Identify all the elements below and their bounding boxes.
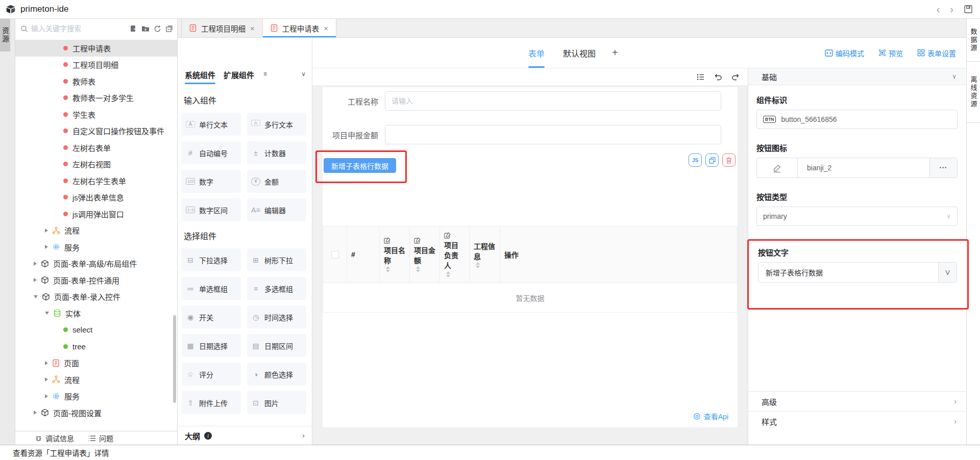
sort-carets-icon[interactable] <box>476 262 480 268</box>
button-icon-value[interactable]: bianji_2 <box>798 158 929 177</box>
expand-arrow-icon[interactable] <box>45 377 48 381</box>
tree-scrollbar[interactable] <box>173 315 176 403</box>
select-all-checkbox[interactable] <box>331 251 339 259</box>
issues-button[interactable]: 问题 <box>88 433 113 443</box>
tree-item[interactable]: tree <box>15 338 177 355</box>
component-id-field[interactable]: BTN button_56616856 <box>756 110 958 129</box>
table-column-header[interactable]: 工程信息 <box>470 226 500 283</box>
palette-item-dropdown-select[interactable]: ⊟下拉选择 <box>182 248 241 271</box>
palette-item-single-line-text[interactable]: A单行文本 <box>182 113 241 136</box>
preview-button[interactable]: 预览 <box>878 48 903 58</box>
palette-item-time-picker[interactable]: ◷时间选择 <box>247 305 306 328</box>
more-options-button[interactable]: ••• <box>929 158 957 177</box>
tree-item[interactable]: 学生表 <box>15 106 177 123</box>
palette-item-upload[interactable]: ⇧附件上传 <box>182 391 241 414</box>
expand-arrow-icon[interactable] <box>34 278 37 282</box>
tree-item[interactable]: 左树右学生表单 <box>15 172 177 189</box>
save-icon[interactable] <box>964 5 973 14</box>
props-section-basic[interactable]: 基础 ∨ <box>748 68 966 85</box>
tree-item[interactable]: 页面-表单-高级/布局组件 <box>15 255 177 272</box>
tree-item[interactable]: 服务 <box>15 239 177 255</box>
tab-form-view[interactable]: 表单 <box>528 38 545 68</box>
locate-file-icon[interactable] <box>130 25 137 33</box>
tree-item[interactable]: js调用弹出窗口 <box>15 206 177 222</box>
datasource-strip-tab[interactable]: 数据源 <box>967 19 980 62</box>
collapse-all-icon[interactable] <box>165 25 173 33</box>
js-event-button[interactable]: JS <box>689 154 702 167</box>
palette-item-image[interactable]: ⊡图片 <box>247 391 306 414</box>
project-name-input[interactable] <box>385 91 721 111</box>
tree-item[interactable]: js弹出表单信息 <box>15 189 177 206</box>
palette-item-checkbox-group[interactable]: ≡多选框组 <box>247 277 306 300</box>
tree-item[interactable]: 页面 <box>15 355 177 372</box>
tree-item[interactable]: 流程 <box>15 371 177 388</box>
offline-resources-strip-tab[interactable]: 离线资源 <box>967 62 980 123</box>
palette-item-date-picker[interactable]: ▦日期选择 <box>182 334 241 357</box>
close-tab-icon[interactable]: × <box>324 24 328 32</box>
outline-footer[interactable]: 大纲 i › <box>178 426 312 445</box>
palette-item-multi-line-text[interactable]: A多行文本 <box>247 113 306 136</box>
props-section-advanced[interactable]: 高级 › <box>748 391 966 411</box>
tree-item[interactable]: select <box>15 322 177 339</box>
chevron-right-icon[interactable]: › <box>302 431 305 440</box>
collapse-arrow-icon[interactable] <box>34 295 38 298</box>
table-column-header[interactable]: 项目名称 <box>380 226 410 283</box>
form-settings-button[interactable]: 表单设置 <box>917 48 956 58</box>
palette-item-auto-number[interactable]: #自动编号 <box>182 141 241 164</box>
copy-widget-button[interactable] <box>705 154 719 167</box>
undo-icon[interactable] <box>714 73 722 81</box>
tree-item[interactable]: 页面-表单-录入控件 <box>15 289 177 305</box>
expand-arrow-icon[interactable] <box>34 262 37 266</box>
sort-carets-icon[interactable] <box>416 266 420 272</box>
add-subtable-row-button[interactable]: 新增子表格行数据 <box>324 158 396 173</box>
tab-system-components[interactable]: 系统组件 <box>185 69 215 84</box>
tree-item[interactable]: 页面-视图设置 <box>15 404 177 421</box>
debug-info-button[interactable]: 调试信息 <box>35 433 74 443</box>
search-input[interactable] <box>31 24 127 33</box>
tree-item[interactable]: 左树右表单 <box>15 139 177 156</box>
new-folder-icon[interactable] <box>141 25 150 32</box>
palette-item-date-range[interactable]: ▤日期区间 <box>247 334 306 357</box>
tree-item[interactable]: 页面-表单-控件通用 <box>15 272 177 289</box>
palette-item-number[interactable]: 123数字 <box>182 170 241 193</box>
tree-item[interactable]: 流程 <box>15 222 177 239</box>
tree-item[interactable]: 左树右视图 <box>15 156 177 173</box>
palette-item-currency[interactable]: ¥金额 <box>247 170 306 193</box>
table-column-header[interactable]: 项目金额 <box>410 226 440 283</box>
outline-tree-icon[interactable] <box>697 73 705 81</box>
declared-amount-input[interactable] <box>385 125 721 144</box>
variable-suffix-button[interactable]: V <box>938 263 957 282</box>
expand-arrow-icon[interactable] <box>34 411 37 415</box>
chevron-down-icon[interactable]: ∨ <box>301 70 306 78</box>
palette-item-counter[interactable]: ±计数器 <box>247 141 306 164</box>
collapse-arrow-icon[interactable] <box>45 312 49 315</box>
expand-arrow-icon[interactable] <box>45 394 48 398</box>
palette-item-editor[interactable]: A≡编辑器 <box>247 198 306 221</box>
view-api-link[interactable]: 查看Api <box>323 411 738 427</box>
expand-arrow-icon[interactable] <box>45 228 48 233</box>
doc-tab-project-detail[interactable]: 工程项目明细 × <box>181 19 263 37</box>
pencil-icon[interactable] <box>757 158 798 177</box>
table-column-header[interactable]: 项目负责人 <box>440 226 470 283</box>
palette-item-rating[interactable]: ☆评分 <box>182 363 241 386</box>
add-view-button[interactable]: + <box>612 47 618 59</box>
palette-item-tree-dropdown[interactable]: ⊞树形下拉 <box>247 248 306 271</box>
history-forward-icon[interactable]: › <box>950 4 953 14</box>
code-mode-button[interactable]: 编码模式 <box>825 48 864 58</box>
palette-menu-icon[interactable]: ≡ <box>263 70 267 78</box>
resources-strip-tab[interactable]: 资源 <box>0 19 10 52</box>
expand-arrow-icon[interactable] <box>45 245 48 249</box>
tab-extension-components[interactable]: 扩展组件 <box>224 69 254 84</box>
sort-carets-icon[interactable] <box>386 266 390 272</box>
tab-default-view[interactable]: 默认视图 <box>563 38 596 68</box>
tree-item[interactable]: 工程项目明细 <box>15 57 177 73</box>
button-type-select[interactable]: primary ∨ <box>756 207 958 226</box>
tree-item[interactable]: 教师表 <box>15 73 177 90</box>
button-text-value[interactable]: 新增子表格行数据 <box>758 263 938 282</box>
props-section-style[interactable]: 样式 › <box>748 411 966 431</box>
history-back-icon[interactable]: ‹ <box>937 4 940 14</box>
palette-item-switch[interactable]: ◉开关 <box>182 305 241 328</box>
palette-item-number-range[interactable]: 1~3数字区间 <box>182 198 241 221</box>
refresh-icon[interactable] <box>154 25 161 33</box>
delete-widget-button[interactable] <box>722 154 736 167</box>
